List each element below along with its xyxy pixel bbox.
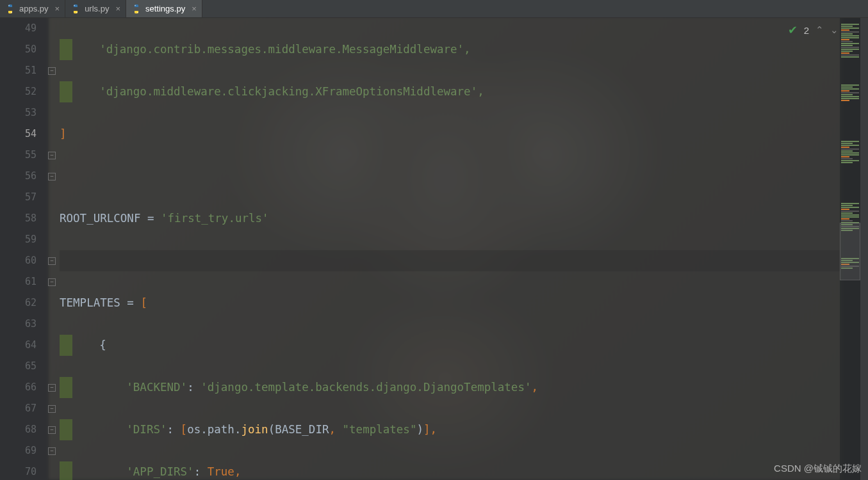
line-number: 58 bbox=[0, 208, 37, 229]
svg-point-0 bbox=[8, 4, 9, 5]
code-text: 'django.middleware.clickjacking.XFrameOp… bbox=[99, 85, 484, 98]
fold-column: − − − − − − − − − bbox=[48, 18, 60, 480]
vertical-scrollbar[interactable] bbox=[860, 18, 868, 480]
fold-toggle-icon[interactable]: − bbox=[48, 257, 56, 265]
chevron-up-icon[interactable]: ⌃ bbox=[815, 24, 824, 36]
line-number: 52 bbox=[0, 81, 37, 102]
line-number: 56 bbox=[0, 166, 37, 187]
fold-toggle-icon[interactable]: − bbox=[48, 67, 56, 75]
code-text: 'django.contrib.messages.middleware.Mess… bbox=[99, 43, 470, 56]
minimap-viewport[interactable] bbox=[840, 223, 860, 280]
line-number: 66 bbox=[0, 377, 37, 398]
check-icon: ✔ bbox=[788, 23, 798, 37]
code-text bbox=[60, 166, 840, 187]
line-number: 49 bbox=[0, 18, 37, 39]
line-number: 54 bbox=[0, 124, 37, 145]
line-number: 70 bbox=[0, 461, 37, 480]
line-number: 63 bbox=[0, 314, 37, 335]
svg-point-4 bbox=[135, 4, 135, 5]
line-number: 51 bbox=[0, 60, 37, 81]
minimap[interactable] bbox=[840, 18, 860, 480]
close-icon[interactable]: × bbox=[55, 4, 60, 13]
line-number-gutter: 4950515253545556575859606162636465666768… bbox=[0, 18, 48, 480]
line-number: 61 bbox=[0, 271, 37, 292]
editor[interactable]: 4950515253545556575859606162636465666768… bbox=[0, 18, 868, 480]
close-icon[interactable]: × bbox=[115, 4, 120, 13]
fold-toggle-icon[interactable]: − bbox=[48, 447, 56, 455]
close-icon[interactable]: × bbox=[192, 4, 197, 13]
code-text: TEMPLATES bbox=[60, 296, 120, 309]
svg-point-5 bbox=[137, 12, 138, 12]
tab-label: urls.py bbox=[85, 4, 109, 13]
tab-label: apps.py bbox=[19, 4, 49, 13]
line-number: 68 bbox=[0, 419, 37, 440]
svg-point-1 bbox=[11, 12, 12, 12]
line-number: 55 bbox=[0, 145, 37, 166]
tab-apps[interactable]: apps.py × bbox=[0, 0, 65, 17]
line-number: 67 bbox=[0, 398, 37, 419]
svg-point-3 bbox=[76, 12, 77, 12]
inspection-status: ✔ 2 ⌃ ⌄ bbox=[788, 23, 839, 37]
fold-toggle-icon[interactable]: − bbox=[48, 278, 56, 286]
tab-urls[interactable]: urls.py × bbox=[65, 0, 126, 17]
code-text: ] bbox=[60, 127, 67, 140]
line-number: 50 bbox=[0, 39, 37, 60]
python-file-icon bbox=[70, 4, 81, 14]
tab-settings[interactable]: settings.py × bbox=[126, 0, 202, 17]
fold-toggle-icon[interactable]: − bbox=[48, 426, 56, 434]
line-number: 57 bbox=[0, 187, 37, 208]
code-area[interactable]: 'django.contrib.messages.middleware.Mess… bbox=[60, 18, 840, 480]
line-number: 53 bbox=[0, 102, 37, 124]
line-number: 62 bbox=[0, 292, 37, 314]
line-number: 59 bbox=[0, 229, 37, 250]
fold-toggle-icon[interactable]: − bbox=[48, 152, 56, 159]
fold-toggle-icon[interactable]: − bbox=[48, 173, 56, 180]
fold-toggle-icon[interactable]: − bbox=[48, 384, 56, 392]
inspection-count: 2 bbox=[804, 25, 809, 36]
tab-label: settings.py bbox=[145, 4, 185, 13]
line-number: 60 bbox=[0, 250, 37, 271]
code-text bbox=[60, 250, 840, 271]
line-number: 65 bbox=[0, 356, 37, 377]
python-file-icon bbox=[131, 4, 142, 14]
svg-point-2 bbox=[74, 4, 74, 5]
line-number: 64 bbox=[0, 335, 37, 356]
line-number: 69 bbox=[0, 440, 37, 461]
chevron-down-icon[interactable]: ⌄ bbox=[830, 24, 839, 36]
python-file-icon bbox=[5, 4, 15, 14]
code-text: ROOT_URLCONF bbox=[60, 212, 140, 225]
editor-tabs: apps.py × urls.py × settings.py × bbox=[0, 0, 868, 18]
code-text: { bbox=[99, 339, 106, 351]
watermark: CSDN @铖铖的花嫁 bbox=[774, 463, 862, 475]
fold-toggle-icon[interactable]: − bbox=[48, 405, 56, 413]
